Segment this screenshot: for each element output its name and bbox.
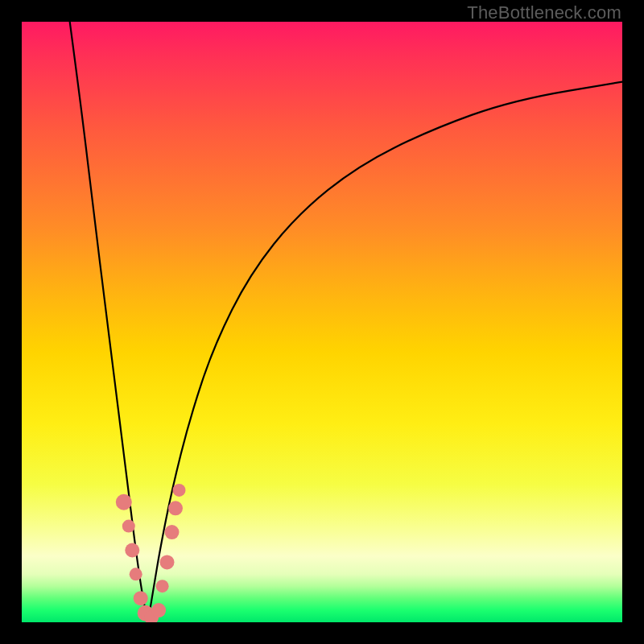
plot-area [22,22,622,622]
bottleneck-curve [22,22,622,622]
watermark-text: TheBottleneck.com [467,2,621,23]
marker-point [130,568,142,580]
marker-point [122,520,135,533]
chart-frame: TheBottleneck.com [0,0,644,644]
marker-point [168,501,183,515]
marker-point [151,603,166,617]
marker-point [125,543,139,558]
marker-point [173,484,186,497]
marker-point [156,580,169,592]
marker-point [134,591,148,605]
marker-point [116,494,132,510]
curve-left-branch [70,22,148,622]
curve-right-branch [148,82,622,622]
marker-point [165,525,180,539]
marker-point [160,555,175,569]
